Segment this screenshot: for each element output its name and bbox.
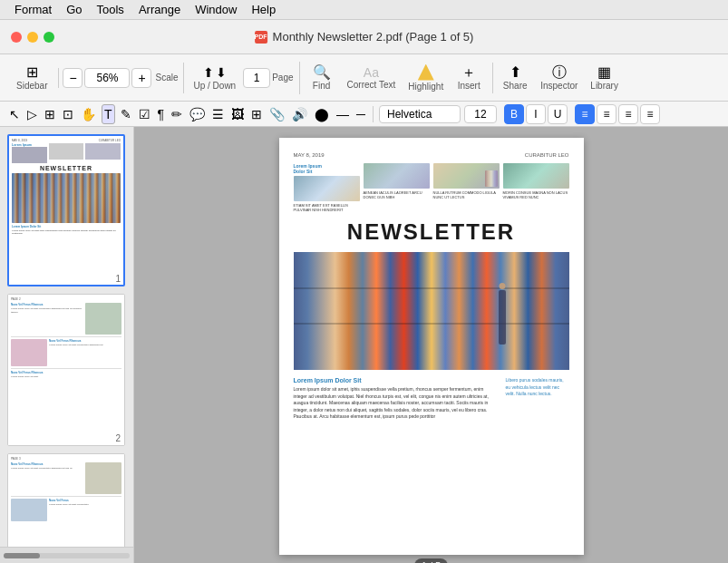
search-icon: 🔍 bbox=[313, 65, 331, 80]
insert-label: Insert bbox=[458, 81, 480, 91]
pdf-newsletter-title: NEWSLETTER bbox=[294, 219, 569, 245]
main-content: MAY 8, 2019CURABITUR LEO Lorem Ipsum NEW… bbox=[0, 127, 728, 563]
tool-comment-icon[interactable]: 💬 bbox=[188, 105, 207, 123]
tool-pointer-icon[interactable]: ▷ bbox=[25, 105, 39, 123]
tool-select-icon[interactable]: ⊡ bbox=[61, 105, 75, 123]
thumbnail-3-image: PAGE 3 Nunc Vel Ferus Rhoncus Lorem ipsu… bbox=[7, 453, 125, 547]
inspector-label: Inspector bbox=[540, 81, 578, 91]
tool-circle-icon[interactable]: ⬤ bbox=[313, 105, 331, 123]
align-right-button[interactable]: ≡ bbox=[618, 104, 638, 124]
page-label: Page bbox=[272, 73, 293, 83]
sidebar-scrollbar[interactable] bbox=[4, 553, 130, 558]
library-button[interactable]: ▦ Library bbox=[585, 63, 624, 93]
tool-line2-icon[interactable]: ─ bbox=[354, 105, 367, 123]
tool-list-icon[interactable]: ☰ bbox=[210, 105, 226, 123]
pdf-article-3-img bbox=[433, 163, 500, 189]
tool-pen-icon[interactable]: ✎ bbox=[119, 105, 133, 123]
scale-label: Scale bbox=[155, 73, 178, 83]
updown-button[interactable]: ⬆ ⬇ Up / Down bbox=[188, 63, 241, 93]
page-number-badge: 1 / 5 bbox=[414, 558, 448, 563]
down-icon: ⬇ bbox=[216, 65, 227, 80]
font-size-selector[interactable]: 12 bbox=[464, 105, 497, 123]
zoom-out-button[interactable]: − bbox=[63, 68, 83, 88]
menubar: Format Go Tools Arrange Window Help bbox=[0, 0, 728, 20]
zoom-field[interactable] bbox=[84, 68, 130, 88]
insert-button[interactable]: ＋ Insert bbox=[451, 63, 487, 93]
sidebar: MAY 8, 2019CURABITUR LEO Lorem Ipsum NEW… bbox=[0, 127, 134, 563]
tool-line-icon[interactable]: — bbox=[335, 105, 351, 123]
format-toolbar: ↖ ▷ ⊞ ⊡ ✋ T ✎ ☑ ¶ ✏ 💬 ☰ 🖼 ⊞ 📎 🔊 ⬤ — ─ He… bbox=[0, 102, 728, 127]
pdf-body-text: Lorem ipsum dolor sit amet, iphis suspen… bbox=[294, 386, 499, 421]
up-icon: ⬆ bbox=[203, 65, 214, 80]
pdf-article-1: Lorem IpsumDolor Sit ETIAM SIT AMET EST … bbox=[294, 163, 360, 212]
sidebar-button[interactable]: ⊞ Sidebar bbox=[11, 63, 53, 93]
menu-format[interactable]: Format bbox=[7, 3, 59, 16]
pdf-body: Lorem Ipsum Dolor Sit Lorem ipsum dolor … bbox=[294, 377, 569, 421]
thumbnail-1-image: MAY 8, 2019CURABITUR LEO Lorem Ipsum NEW… bbox=[7, 134, 125, 286]
align-justify-button[interactable]: ≡ bbox=[640, 104, 660, 124]
main-toolbar: ⊞ Sidebar − + Scale ⬆ ⬇ Up / Down Page 🔍… bbox=[0, 54, 728, 102]
tool-image-icon[interactable]: 🖼 bbox=[229, 105, 246, 123]
page-footer: 1 / 5 bbox=[279, 555, 584, 563]
minimize-button[interactable] bbox=[27, 32, 38, 43]
italic-button[interactable]: I bbox=[526, 104, 546, 124]
menu-arrange[interactable]: Arrange bbox=[131, 3, 188, 16]
menu-help[interactable]: Help bbox=[244, 3, 283, 16]
pdf-main-image bbox=[294, 252, 569, 370]
pdf-article-row: Lorem IpsumDolor Sit ETIAM SIT AMET EST … bbox=[294, 163, 569, 212]
find-button[interactable]: 🔍 Find bbox=[304, 63, 340, 93]
correct-text-button[interactable]: Aa Correct Text bbox=[342, 63, 402, 92]
share-button[interactable]: ⬆ Share bbox=[497, 63, 533, 93]
page-control: Page bbox=[243, 68, 293, 88]
thumbnail-2-image: PAGE 2 Nunc Vel Ferus Rhoncus Lorem ipsu… bbox=[7, 294, 125, 446]
pdf-article-4-img bbox=[503, 163, 569, 189]
tool-text-icon[interactable]: T bbox=[102, 104, 115, 124]
menu-window[interactable]: Window bbox=[188, 3, 244, 16]
bold-button[interactable]: B bbox=[504, 104, 524, 124]
insert-icon: ＋ bbox=[461, 65, 476, 80]
pdf-curator: CURABITUR LEO bbox=[525, 152, 569, 158]
sidebar-scrollbar-thumb[interactable] bbox=[4, 553, 40, 558]
font-selector: Helvetica 12 bbox=[379, 105, 497, 123]
correct-text-label: Correct Text bbox=[347, 80, 396, 90]
window-controls bbox=[11, 32, 54, 43]
highlight-icon bbox=[418, 64, 434, 81]
pdf-article-4-text: MORIN CONSUE MAGNA NON LACUS VIVAMUS RED… bbox=[503, 190, 569, 199]
zoom-in-button[interactable]: + bbox=[131, 68, 151, 88]
tool-crop-icon[interactable]: ⊞ bbox=[43, 105, 57, 123]
thumbnail-3[interactable]: PAGE 3 Nunc Vel Ferus Rhoncus Lorem ipsu… bbox=[7, 453, 126, 547]
thumbnail-2-num: 2 bbox=[115, 433, 121, 443]
align-center-button[interactable]: ≡ bbox=[597, 104, 616, 124]
tool-arrow-icon[interactable]: ↖ bbox=[7, 105, 22, 123]
underline-button[interactable]: U bbox=[548, 104, 568, 124]
pdf-page-1: MAY 8, 2019 CURABITUR LEO Lorem IpsumDol… bbox=[279, 138, 584, 555]
tool-pencil-icon[interactable]: ✏ bbox=[170, 105, 184, 123]
align-left-button[interactable]: ≡ bbox=[575, 104, 595, 124]
tool-attach-icon[interactable]: 📎 bbox=[267, 105, 286, 123]
updown-label: Up / Down bbox=[193, 81, 236, 91]
inspector-button[interactable]: ⓘ Inspector bbox=[535, 63, 583, 93]
tool-hand-icon[interactable]: ✋ bbox=[79, 105, 98, 123]
font-name-selector[interactable]: Helvetica bbox=[379, 105, 461, 123]
menu-tools[interactable]: Tools bbox=[90, 3, 131, 16]
menu-go[interactable]: Go bbox=[59, 3, 89, 16]
highlight-label: Highlight bbox=[408, 82, 443, 92]
thumbnail-2[interactable]: PAGE 2 Nunc Vel Ferus Rhoncus Lorem ipsu… bbox=[7, 294, 126, 446]
close-button[interactable] bbox=[11, 32, 22, 43]
pdf-article-4: MORIN CONSUE MAGNA NON LACUS VIVAMUS RED… bbox=[503, 163, 569, 212]
thumbnail-1[interactable]: MAY 8, 2019CURABITUR LEO Lorem Ipsum NEW… bbox=[7, 134, 126, 286]
tool-form-icon[interactable]: ☑ bbox=[137, 105, 152, 123]
pdf-article-3-text: NULLA RUTRUM COMMODO LIGULA NUNC UT LECT… bbox=[433, 190, 500, 199]
maximize-button[interactable] bbox=[44, 32, 54, 43]
tool-audio-icon[interactable]: 🔊 bbox=[290, 105, 309, 123]
sidebar-scrollbar-track[interactable] bbox=[0, 547, 133, 563]
page-field[interactable] bbox=[243, 68, 270, 88]
highlight-button[interactable]: Highlight bbox=[403, 62, 449, 94]
tool-paragraph-icon[interactable]: ¶ bbox=[156, 105, 167, 123]
pdf-article-3: NULLA RUTRUM COMMODO LIGULA NUNC UT LECT… bbox=[433, 163, 500, 212]
tool-table-icon[interactable]: ⊞ bbox=[249, 105, 264, 123]
text-format-buttons: B I U bbox=[504, 104, 568, 124]
share-label: Share bbox=[503, 81, 528, 91]
sidebar-label: Sidebar bbox=[16, 81, 47, 91]
pdf-body-side: Libero purus sodales mauris, eu vehicula… bbox=[506, 377, 569, 421]
